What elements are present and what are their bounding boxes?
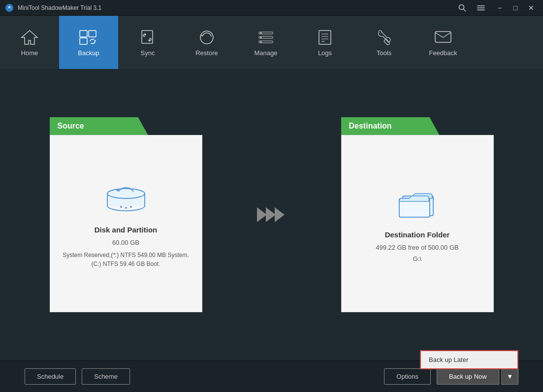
svg-rect-6 (80, 31, 87, 37)
svg-marker-34 (257, 207, 267, 222)
search-button[interactable] (455, 1, 469, 15)
backup-button-group: Back up Now ▼ Back up Later (437, 368, 518, 385)
forward-arrow-icon (252, 202, 291, 227)
svg-rect-4 (477, 7, 485, 8)
options-button[interactable]: Options (384, 368, 431, 385)
nav-restore-label: Restore (195, 49, 218, 57)
nav-tools-label: Tools (377, 49, 391, 57)
title-bar-left: MiniTool ShadowMaker Trial 3.1 (5, 3, 101, 12)
svg-rect-19 (319, 31, 331, 44)
destination-card[interactable]: Destination Folder 499.22 GB free of 500… (341, 135, 494, 312)
svg-point-16 (260, 32, 262, 33)
disk-icon (104, 179, 148, 216)
source-title: Disk and Partition (95, 226, 158, 234)
search-icon (458, 4, 466, 12)
sync-icon (138, 29, 158, 46)
bottom-left-buttons: Schedule Scheme (25, 368, 130, 385)
svg-point-27 (107, 189, 145, 198)
backup-dropdown-button[interactable]: ▼ (501, 368, 518, 385)
arrow-container (252, 202, 291, 227)
maximize-button[interactable]: □ (509, 2, 522, 13)
home-icon (20, 29, 39, 46)
nav-backup-label: Backup (78, 49, 99, 57)
nav-sync-label: Sync (141, 49, 155, 57)
feedback-icon (433, 29, 453, 46)
nav-item-sync[interactable]: Sync (118, 16, 177, 69)
nav-manage-label: Manage (255, 49, 278, 57)
nav-item-tools[interactable]: Tools (354, 16, 414, 69)
svg-rect-10 (142, 31, 153, 43)
destination-path: G:\ (413, 254, 421, 264)
backup-icon (78, 29, 99, 46)
source-size: 60.00 GB (112, 238, 139, 248)
svg-rect-5 (477, 9, 485, 10)
restore-icon (197, 29, 217, 46)
nav-home-label: Home (21, 49, 38, 57)
svg-rect-7 (89, 31, 96, 37)
nav-logs-label: Logs (318, 49, 332, 57)
window-controls: − □ ✕ (493, 2, 538, 13)
destination-header: Destination (341, 117, 440, 135)
svg-point-31 (120, 206, 122, 208)
source-detail: System Reserved,(*:) NTFS 549.00 MB Syst… (63, 251, 189, 268)
manage-icon (256, 29, 276, 46)
hamburger-icon (477, 4, 485, 12)
destination-container: Destination Destination Folder 499.22 GB… (341, 117, 494, 312)
minimize-button[interactable]: − (493, 2, 507, 13)
svg-point-18 (260, 41, 262, 42)
nav-bar: Home Backup Sync Restore (0, 16, 543, 69)
logs-icon (315, 29, 335, 46)
svg-rect-8 (80, 38, 87, 44)
bottom-right-buttons: Options Back up Now ▼ Back up Later (384, 368, 518, 385)
nav-item-feedback[interactable]: Feedback (414, 16, 473, 69)
nav-item-home[interactable]: Home (0, 16, 59, 69)
svg-point-1 (459, 4, 464, 9)
svg-marker-35 (266, 207, 276, 222)
app-title: MiniTool ShadowMaker Trial 3.1 (18, 4, 101, 11)
svg-line-2 (464, 9, 466, 11)
source-header: Source (50, 117, 148, 135)
tools-icon (374, 29, 394, 46)
title-bar: MiniTool ShadowMaker Trial 3.1 − □ ✕ (0, 0, 543, 16)
svg-point-32 (125, 207, 127, 209)
nav-feedback-label: Feedback (429, 49, 457, 57)
topbar-icons: − □ ✕ (455, 1, 538, 15)
svg-rect-24 (435, 32, 451, 42)
folder-icon (395, 184, 440, 221)
close-button[interactable]: ✕ (524, 2, 538, 13)
backup-dropdown-menu: Back up Later (420, 350, 518, 369)
svg-rect-3 (477, 5, 485, 6)
main-content: Source (0, 69, 543, 360)
svg-marker-36 (275, 207, 285, 222)
nav-item-backup[interactable]: Backup (59, 16, 118, 69)
source-card[interactable]: Disk and Partition 60.00 GB System Reser… (50, 135, 202, 312)
backup-now-button[interactable]: Back up Now (437, 368, 499, 385)
source-container: Source (50, 117, 202, 312)
svg-marker-12 (201, 34, 203, 37)
menu-button[interactable] (474, 1, 488, 15)
bottom-bar: Schedule Scheme Options Back up Now ▼ Ba… (0, 360, 543, 392)
backup-later-item[interactable]: Back up Later (421, 351, 517, 368)
svg-marker-9 (94, 40, 96, 42)
nav-item-logs[interactable]: Logs (295, 16, 354, 69)
svg-point-33 (130, 206, 132, 208)
schedule-button[interactable]: Schedule (25, 368, 76, 385)
svg-point-17 (260, 36, 262, 38)
nav-item-restore[interactable]: Restore (177, 16, 236, 69)
app-logo-icon (5, 3, 14, 12)
nav-item-manage[interactable]: Manage (236, 16, 295, 69)
scheme-button[interactable]: Scheme (82, 368, 130, 385)
destination-free: 499.22 GB free of 500.00 GB (376, 243, 458, 253)
destination-title: Destination Folder (385, 230, 450, 239)
